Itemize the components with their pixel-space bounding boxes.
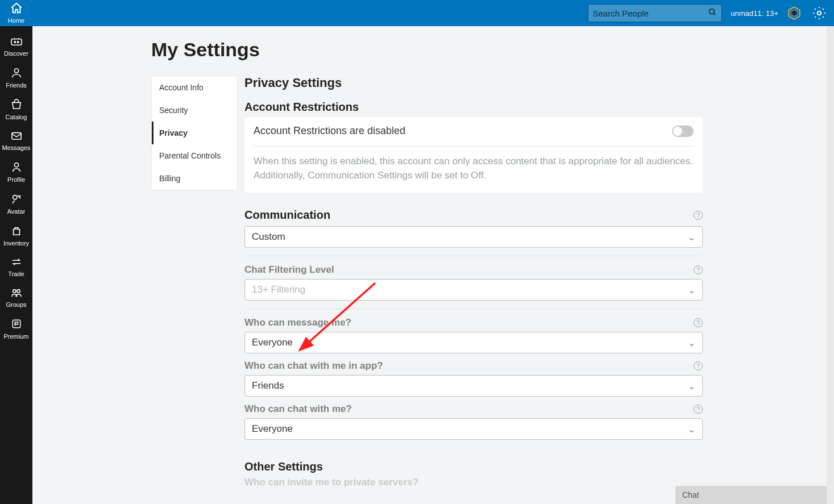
svg-point-15	[16, 290, 19, 293]
who-chat-app-select[interactable]: Friends ⌄	[244, 375, 703, 397]
sidenav-item-messages[interactable]: Messages	[0, 126, 32, 157]
home-icon	[10, 2, 23, 16]
sidenav-item-profile[interactable]: Profile	[0, 157, 32, 189]
sidenav-item-trade[interactable]: Trade	[0, 252, 32, 283]
chat-bar[interactable]: Chat	[675, 486, 827, 504]
settings-tabs: Account Info Security Privacy Parental C…	[151, 76, 238, 190]
chevron-down-icon: ⌄	[688, 338, 695, 348]
tab-privacy[interactable]: Privacy	[152, 122, 237, 144]
communication-mode-select[interactable]: Custom ⌄	[244, 226, 703, 248]
help-icon[interactable]: ?	[694, 361, 703, 370]
settings-body: Privacy Settings Account Restrictions Ac…	[244, 76, 703, 504]
profile-icon	[10, 161, 23, 174]
svg-rect-11	[11, 133, 20, 140]
svg-point-7	[17, 41, 18, 43]
sidenav-label: Messages	[2, 144, 30, 151]
chevron-down-icon: ⌄	[688, 285, 695, 295]
sidenav-item-avatar[interactable]: Avatar	[0, 189, 32, 220]
messages-icon	[10, 131, 23, 142]
restrictions-description: When this setting is enabled, this accou…	[254, 155, 694, 182]
topbar: Home unmad11: 13+	[0, 0, 834, 26]
tab-account-info[interactable]: Account Info	[152, 76, 237, 99]
trade-icon	[10, 257, 23, 268]
robux-icon[interactable]	[786, 5, 802, 21]
chevron-down-icon: ⌄	[688, 381, 695, 391]
sidenav-item-catalog[interactable]: Catalog	[0, 94, 32, 126]
help-icon[interactable]: ?	[694, 265, 703, 274]
sidenav-item-inventory[interactable]: Inventory	[0, 220, 32, 252]
search-input[interactable]	[593, 9, 708, 18]
sidenav-label: Premium	[3, 333, 28, 340]
sidenav-label: Profile	[7, 176, 25, 183]
select-value: 13+ Filtering	[252, 284, 305, 295]
svg-rect-5	[11, 39, 22, 45]
svg-point-4	[818, 11, 821, 15]
home-button[interactable]: Home	[0, 0, 32, 26]
search-icon	[708, 7, 717, 19]
select-value: Custom	[252, 231, 285, 243]
other-settings-heading: Other Settings	[244, 460, 703, 473]
communication-heading: Communication	[244, 209, 330, 222]
sidenav-label: Trade	[8, 270, 24, 277]
settings-gear-button[interactable]	[810, 4, 828, 22]
who-chat-app-label: Who can chat with me in app?	[244, 360, 383, 372]
tab-billing[interactable]: Billing	[152, 167, 237, 190]
chat-filtering-select: 13+ Filtering ⌄	[244, 279, 703, 301]
chat-filtering-label: Chat Filtering Level	[244, 264, 334, 276]
sidenav-item-discover[interactable]: Discover	[0, 32, 32, 63]
sidenav-label: Catalog	[6, 114, 27, 120]
svg-rect-16	[13, 320, 20, 327]
sidenav-item-premium[interactable]: Premium	[0, 314, 32, 345]
help-icon[interactable]: ?	[694, 318, 703, 327]
who-chat-label: Who can chat with me?	[244, 403, 352, 415]
invite-label: Who can invite me to private servers?	[244, 477, 418, 488]
svg-point-14	[13, 290, 15, 293]
svg-marker-3	[791, 10, 798, 16]
help-icon[interactable]: ?	[694, 405, 703, 414]
help-icon[interactable]: ?	[694, 211, 703, 220]
tab-parental-controls[interactable]: Parental Controls	[152, 144, 237, 167]
scrollbar[interactable]	[827, 26, 834, 504]
chat-bar-label: Chat	[682, 490, 699, 499]
select-value: Everyone	[252, 337, 293, 348]
groups-icon	[10, 288, 23, 299]
account-restrictions-card: Account Restrictions are disabled When t…	[244, 117, 703, 193]
search-box[interactable]	[588, 4, 722, 22]
chevron-down-icon: ⌄	[688, 424, 695, 435]
sidenav-label: Avatar	[7, 208, 26, 215]
home-label: Home	[8, 17, 24, 24]
catalog-icon	[10, 99, 23, 111]
sidenav-item-groups[interactable]: Groups	[0, 283, 32, 314]
svg-line-1	[713, 13, 715, 15]
page-title: My Settings	[151, 39, 703, 61]
inventory-icon	[10, 225, 23, 238]
sidenav-label: Inventory	[3, 240, 29, 247]
avatar-icon	[10, 193, 23, 206]
select-value: Everyone	[252, 423, 293, 435]
svg-point-10	[14, 69, 18, 73]
content-area: My Settings Account Info Security Privac…	[32, 26, 834, 504]
privacy-heading: Privacy Settings	[244, 76, 703, 90]
select-value: Friends	[252, 380, 284, 391]
svg-point-13	[13, 195, 16, 199]
premium-icon	[11, 318, 22, 331]
sidenav-label: Friends	[6, 82, 27, 89]
sidenav-label: Discover	[4, 50, 28, 57]
svg-point-6	[14, 41, 15, 43]
tab-security[interactable]: Security	[152, 99, 237, 122]
user-age-label: unmad11: 13+	[731, 9, 778, 18]
chevron-down-icon: ⌄	[688, 232, 695, 243]
friends-icon	[10, 67, 23, 80]
restrictions-status: Account Restrictions are disabled	[254, 125, 405, 137]
sidenav-item-friends[interactable]: Friends	[0, 63, 32, 94]
who-message-select[interactable]: Everyone ⌄	[244, 332, 703, 353]
discover-icon	[10, 36, 23, 48]
sidenav: Discover Friends Catalog Messages Profil…	[0, 26, 32, 504]
restrictions-toggle[interactable]	[672, 126, 694, 137]
who-chat-select[interactable]: Everyone ⌄	[244, 418, 703, 440]
who-message-label: Who can message me?	[244, 317, 351, 328]
sidenav-label: Groups	[6, 301, 26, 308]
svg-point-12	[14, 163, 18, 167]
account-restrictions-heading: Account Restrictions	[244, 101, 703, 114]
